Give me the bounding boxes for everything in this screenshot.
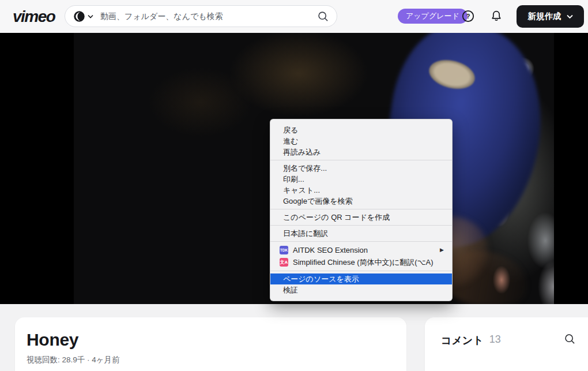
globe-icon — [74, 11, 85, 22]
vimeo-logo[interactable]: vimeo — [13, 8, 55, 26]
comments-heading: コメント — [441, 333, 484, 347]
video-info-card: Honey 視聴回数: 28.9千 · 4ヶ月前 — [15, 317, 406, 371]
notifications-button[interactable] — [489, 9, 503, 23]
help-icon: ? — [462, 10, 474, 23]
search-bar[interactable] — [65, 5, 337, 27]
menu-item-search-image-google[interactable]: Googleで画像を検索 — [270, 196, 452, 207]
search-icon[interactable] — [318, 11, 329, 22]
upgrade-button[interactable]: アップグレード — [398, 9, 468, 24]
submenu-arrow-icon: ▶ — [440, 244, 444, 256]
chevron-down-icon — [567, 14, 573, 19]
video-title: Honey — [27, 330, 395, 350]
menu-group-page-actions: 別名で保存... 印刷... キャスト... Googleで画像を検索 — [270, 160, 452, 209]
svg-text:?: ? — [466, 13, 470, 20]
menu-item-view-page-source[interactable]: ページのソースを表示 — [270, 273, 452, 284]
menu-item-translate-simplified-chinese[interactable]: 文A Simplified Chinese (简体中文)に翻訳(⌥A) — [270, 256, 452, 268]
menu-item-label: AITDK SEO Extension — [293, 244, 368, 256]
create-new-label: 新規作成 — [528, 11, 561, 22]
bell-icon — [490, 10, 503, 23]
chevron-down-icon — [88, 14, 93, 18]
translate-extension-icon: 文A — [280, 258, 288, 267]
menu-item-save-as[interactable]: 別名で保存... — [270, 163, 452, 174]
create-new-button[interactable]: 新規作成 — [517, 5, 584, 28]
menu-item-inspect[interactable]: 検証 — [270, 284, 452, 295]
menu-group-qr: このページの QR コードを作成 — [270, 209, 452, 225]
menu-item-reload[interactable]: 再読み込み — [270, 147, 452, 158]
search-input[interactable] — [100, 12, 318, 21]
search-icon — [564, 333, 575, 344]
comments-search-button[interactable] — [564, 333, 575, 346]
menu-item-back[interactable]: 戻る — [270, 125, 452, 136]
aitdk-extension-icon: TDK — [280, 246, 288, 254]
menu-item-forward[interactable]: 進む — [270, 136, 452, 147]
menu-item-label: Simplified Chinese (简体中文)に翻訳(⌥A) — [293, 256, 434, 268]
menu-item-create-qr[interactable]: このページの QR コードを作成 — [270, 212, 452, 223]
menu-item-translate-japanese[interactable]: 日本語に翻訳 — [270, 228, 452, 239]
comments-count: 13 — [489, 333, 501, 346]
menu-group-developer: ページのソースを表示 検証 — [270, 271, 452, 298]
video-subject-hair — [443, 251, 526, 304]
help-button[interactable]: ? — [461, 9, 475, 23]
video-meta: 視聴回数: 28.9千 · 4ヶ月前 — [27, 355, 395, 365]
menu-group-extensions: TDK AITDK SEO Extension ▶ 文A Simplified … — [270, 241, 452, 271]
browser-context-menu: 戻る 進む 再読み込み 別名で保存... 印刷... キャスト... Googl… — [270, 119, 453, 301]
menu-group-translate: 日本語に翻訳 — [270, 225, 452, 241]
search-scope-selector[interactable] — [74, 11, 93, 22]
top-navbar: vimeo アップグレード ? 新規 — [0, 0, 588, 33]
menu-item-print[interactable]: 印刷... — [270, 174, 452, 185]
menu-group-navigation: 戻る 進む 再読み込み — [270, 122, 452, 160]
page-bottom-area: Honey 視聴回数: 28.9千 · 4ヶ月前 コメント 13 — [0, 304, 588, 371]
menu-item-cast[interactable]: キャスト... — [270, 185, 452, 196]
comments-panel: コメント 13 — [425, 317, 588, 371]
menu-item-aitdk-extension[interactable]: TDK AITDK SEO Extension ▶ — [270, 244, 452, 256]
